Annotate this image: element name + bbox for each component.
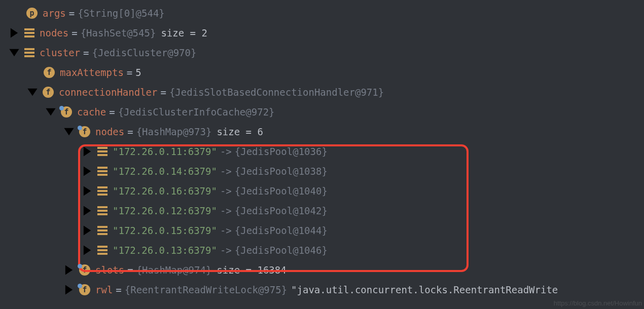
var-value: {String[0]@544} xyxy=(78,8,165,19)
collection-icon xyxy=(97,206,108,215)
tree-row-args[interactable]: p args = {String[0]@544} xyxy=(0,3,644,23)
var-value: {HashMap@974} xyxy=(136,264,212,276)
var-value: {JedisCluster@970} xyxy=(92,47,197,58)
map-val: {JedisPool@1046} xyxy=(235,245,328,256)
var-name: connectionHandler xyxy=(59,87,157,98)
map-val: {JedisPool@1036} xyxy=(235,146,328,157)
field-icon: f xyxy=(42,87,59,98)
expand-arrow[interactable] xyxy=(81,224,93,237)
arrow-sep: -> xyxy=(220,205,232,216)
tree-row-map-entry[interactable]: "172.26.0.13:6379" -> {JedisPool@1046} xyxy=(0,240,644,260)
equals: = xyxy=(69,8,75,19)
map-key: "172.26.0.13:6379" xyxy=(113,245,217,256)
var-name: rwl xyxy=(95,284,113,295)
arrow-sep: -> xyxy=(220,146,232,157)
arrow-sep: -> xyxy=(220,166,232,177)
var-name: cluster xyxy=(40,47,80,58)
var-name: nodes xyxy=(95,126,124,137)
watermark: https://blog.csdn.net/Howinfun xyxy=(554,299,642,307)
var-name: nodes xyxy=(40,27,68,38)
collapse-arrow[interactable] xyxy=(26,86,39,98)
tree-row-map-entry[interactable]: "172.26.0.15:6379" -> {JedisPool@1044} xyxy=(0,220,644,240)
expand-arrow[interactable] xyxy=(63,284,75,296)
var-value: {JedisClusterInfoCache@972} xyxy=(118,106,275,118)
field-icon: f xyxy=(43,67,60,78)
var-value: {JedisSlotBasedConnectionHandler@971} xyxy=(169,87,384,98)
tree-row-nodes-inner[interactable]: f nodes = {HashMap@973} size = 6 xyxy=(0,122,644,141)
map-val: {JedisPool@1040} xyxy=(235,185,328,197)
expand-arrow[interactable] xyxy=(81,185,93,197)
map-key: "172.26.0.14:6379" xyxy=(113,166,217,177)
var-str: "java.util.concurrent.locks.ReentrantRea… xyxy=(291,284,558,295)
tree-row-rwl[interactable]: f rwl = {ReentrantReadWriteLock@975} "ja… xyxy=(0,280,644,299)
tree-row-cache[interactable]: f cache = {JedisClusterInfoCache@972} xyxy=(0,102,644,122)
tree-row-map-entry[interactable]: "172.26.0.16:6379" -> {JedisPool@1040} xyxy=(0,181,644,201)
tree-row-nodes-top[interactable]: nodes = {HashSet@545} size = 2 xyxy=(0,23,644,43)
var-name: cache xyxy=(77,106,106,118)
field-icon: f xyxy=(78,264,95,276)
tree-row-maxattempts[interactable]: f maxAttempts = 5 xyxy=(0,62,644,82)
var-extra: size = 6 xyxy=(217,126,263,137)
map-key: "172.26.0.15:6379" xyxy=(113,225,217,236)
tree-row-map-entry[interactable]: "172.26.0.11:6379" -> {JedisPool@1036} xyxy=(0,141,644,161)
arrow-sep: -> xyxy=(220,185,232,197)
map-key: "172.26.0.11:6379" xyxy=(113,146,217,157)
map-val: {JedisPool@1038} xyxy=(235,166,328,177)
collection-icon xyxy=(97,167,108,176)
param-icon: p xyxy=(25,8,43,19)
expand-arrow[interactable] xyxy=(8,27,20,39)
collection-icon xyxy=(24,48,34,57)
map-key: "172.26.0.16:6379" xyxy=(113,185,217,197)
collapse-arrow[interactable] xyxy=(63,126,75,138)
collection-icon xyxy=(97,186,108,196)
var-value: 5 xyxy=(135,67,141,78)
collection-icon xyxy=(97,147,108,156)
var-name: args xyxy=(43,8,66,19)
arrow-sep: -> xyxy=(220,225,232,236)
field-icon: f xyxy=(60,106,77,118)
var-value: {ReentrantReadWriteLock@975} xyxy=(125,284,287,295)
expand-arrow[interactable] xyxy=(81,145,93,158)
field-icon: f xyxy=(78,284,95,295)
map-key: "172.26.0.12:6379" xyxy=(113,205,217,216)
collection-icon xyxy=(97,226,108,235)
collapse-arrow[interactable] xyxy=(45,106,57,118)
var-extra: size = 16384 xyxy=(217,264,286,276)
map-val: {JedisPool@1042} xyxy=(235,205,328,216)
expand-arrow[interactable] xyxy=(81,244,93,256)
var-extra: size = 2 xyxy=(161,27,207,38)
var-value: {HashSet@545} xyxy=(81,27,156,38)
tree-row-map-entry[interactable]: "172.26.0.14:6379" -> {JedisPool@1038} xyxy=(0,161,644,181)
collection-icon xyxy=(24,28,34,37)
tree-row-slots[interactable]: f slots = {HashMap@974} size = 16384 xyxy=(0,260,644,280)
expand-arrow[interactable] xyxy=(81,165,93,177)
var-name: slots xyxy=(95,264,124,276)
map-val: {JedisPool@1044} xyxy=(235,225,328,236)
field-icon: f xyxy=(78,126,95,137)
collection-icon xyxy=(97,246,108,255)
var-name: maxAttempts xyxy=(60,67,124,78)
arrow-sep: -> xyxy=(220,245,232,256)
expand-arrow[interactable] xyxy=(81,205,93,217)
tree-row-cluster[interactable]: cluster = {JedisCluster@970} xyxy=(0,43,644,62)
var-value: {HashMap@973} xyxy=(136,126,212,137)
tree-row-connhandler[interactable]: f connectionHandler = {JedisSlotBasedCon… xyxy=(0,82,644,102)
collapse-arrow[interactable] xyxy=(8,47,20,59)
expand-arrow[interactable] xyxy=(63,264,75,276)
tree-row-map-entry[interactable]: "172.26.0.12:6379" -> {JedisPool@1042} xyxy=(0,201,644,220)
